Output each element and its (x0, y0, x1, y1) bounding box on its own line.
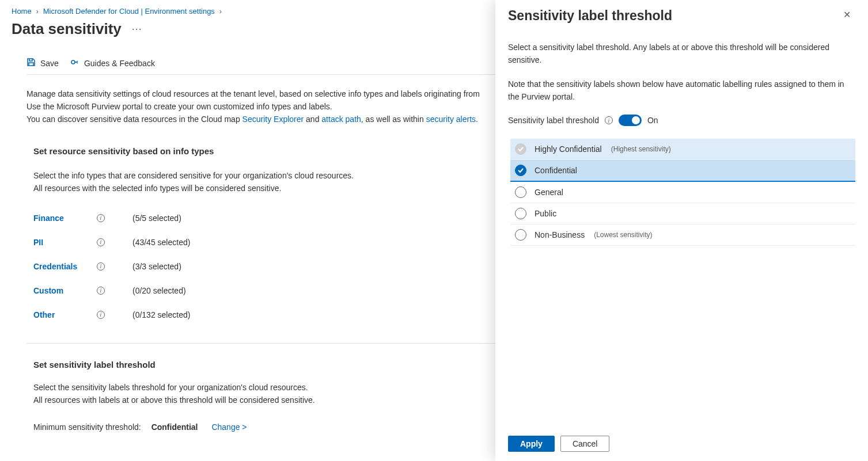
panel-title: Sensitivity label threshold (508, 8, 672, 24)
save-icon (26, 58, 36, 68)
option-label: Highly Confidential (535, 144, 602, 154)
radio-icon (515, 143, 526, 155)
apply-button[interactable]: Apply (508, 436, 555, 452)
info-icon[interactable]: i (97, 287, 105, 295)
option-label: Non-Business (535, 230, 585, 239)
info-type-link[interactable]: Other (33, 308, 97, 321)
info-icon[interactable]: i (97, 262, 105, 270)
info-type-count: (0/132 selected) (132, 308, 190, 321)
panel-header: Sensitivity label threshold ✕ (495, 0, 868, 24)
panel-desc-2: Note that the sensitivity labels shown b… (508, 78, 855, 103)
chevron-right-icon: › (36, 7, 39, 16)
chevron-right-icon: › (219, 7, 222, 16)
close-icon: ✕ (843, 10, 851, 20)
info-icon[interactable]: i (605, 116, 613, 124)
option-hint: (Lowest sensitivity) (594, 231, 652, 239)
link-security-explorer[interactable]: Security Explorer (242, 115, 304, 124)
threshold-option[interactable]: Confidential (510, 160, 855, 182)
threshold-options-list: Highly Confidential(Highest sensitivity)… (510, 139, 855, 246)
option-hint: (Highest sensitivity) (611, 145, 671, 153)
panel-close-button[interactable]: ✕ (841, 8, 853, 22)
page-title: Data sensitivity (12, 20, 122, 38)
svg-point-0 (71, 60, 75, 64)
threshold-option[interactable]: Highly Confidential(Highest sensitivity) (510, 139, 855, 160)
save-button[interactable]: Save (26, 58, 59, 68)
threshold-option[interactable]: Public (510, 203, 855, 224)
panel-desc-1: Select a sensitivity label threshold. An… (508, 41, 855, 66)
feedback-button[interactable]: Guides & Feedback (70, 58, 155, 68)
feedback-label: Guides & Feedback (84, 59, 155, 68)
toggle-state: On (647, 116, 658, 125)
info-type-count: (5/5 selected) (132, 212, 181, 224)
threshold-option[interactable]: Non-Business(Lowest sensitivity) (510, 224, 855, 246)
info-type-link[interactable]: PII (33, 236, 97, 249)
min-threshold-value: Confidential (151, 422, 198, 432)
more-actions-button[interactable]: ··· (128, 21, 146, 37)
radio-icon (515, 165, 526, 176)
radio-icon (515, 186, 526, 198)
option-label: Public (535, 209, 556, 218)
info-icon[interactable]: i (97, 214, 105, 222)
info-type-link[interactable]: Finance (33, 212, 97, 224)
breadcrumb-defender[interactable]: Microsoft Defender for Cloud | Environme… (43, 7, 215, 16)
radio-icon (515, 208, 526, 219)
info-type-count: (43/45 selected) (132, 236, 190, 249)
info-type-count: (3/3 selected) (132, 260, 181, 273)
breadcrumb-home[interactable]: Home (12, 7, 32, 16)
threshold-option[interactable]: General (510, 182, 855, 203)
info-type-link[interactable]: Custom (33, 284, 97, 297)
panel-body: Select a sensitivity label threshold. An… (495, 24, 868, 430)
option-label: General (535, 188, 563, 197)
sensitivity-threshold-panel: Sensitivity label threshold ✕ Select a s… (495, 0, 868, 461)
cancel-button[interactable]: Cancel (560, 436, 610, 452)
min-threshold-label: Minimum sensitivity threshold: (33, 422, 141, 432)
info-type-link[interactable]: Credentials (33, 260, 97, 273)
toggle-label: Sensitivity label threshold (508, 116, 599, 125)
link-attack-path[interactable]: attack path (321, 115, 361, 124)
change-threshold-link[interactable]: Change > (211, 422, 247, 432)
threshold-toggle[interactable] (619, 115, 642, 126)
feedback-icon (70, 58, 79, 68)
save-label: Save (40, 59, 59, 68)
toggle-row: Sensitivity label threshold i On (508, 115, 855, 126)
radio-icon (515, 229, 526, 241)
info-icon[interactable]: i (97, 238, 105, 246)
option-label: Confidential (535, 166, 577, 175)
info-icon[interactable]: i (97, 311, 105, 319)
info-type-count: (0/20 selected) (132, 284, 186, 297)
link-security-alerts[interactable]: security alerts (426, 115, 476, 124)
panel-footer: Apply Cancel (495, 430, 868, 461)
